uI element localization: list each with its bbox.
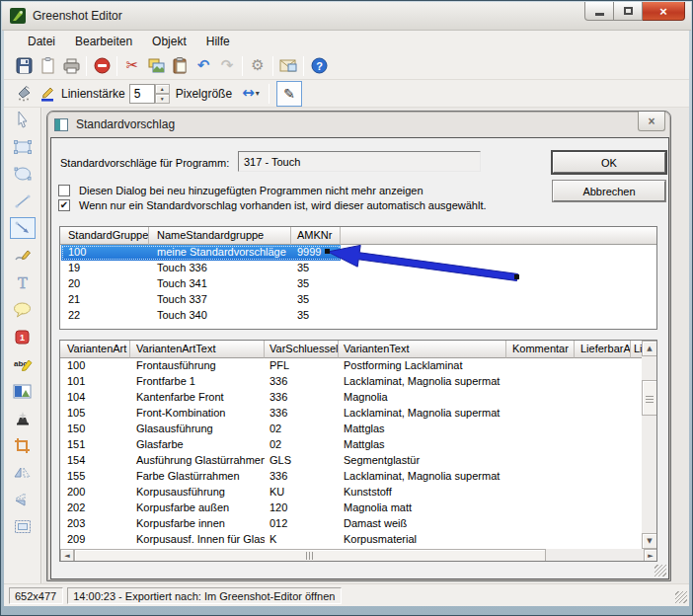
minimize-button[interactable]: [584, 2, 614, 21]
hide-dialog-checkbox[interactable]: [58, 185, 70, 196]
arrow-icon: [14, 220, 32, 236]
clipboard-button[interactable]: [36, 54, 59, 78]
scroll-up-button[interactable]: ▲: [642, 341, 657, 356]
close-button[interactable]: ×: [643, 2, 685, 21]
line-tool-button[interactable]: [10, 191, 36, 212]
column-header[interactable]: LieferbarAb: [575, 341, 631, 358]
table-row[interactable]: 19Touch 33635: [60, 261, 656, 276]
table-cell: 19: [60, 261, 149, 276]
image-tool-button[interactable]: [10, 380, 36, 402]
table-cell: Magnolia: [339, 390, 506, 406]
copy-button[interactable]: [144, 54, 168, 78]
column-header[interactable]: StandardGruppe: [60, 227, 149, 245]
maximize-button[interactable]: [614, 2, 643, 21]
highlight-tool-button[interactable]: abc: [10, 353, 36, 375]
table-row[interactable]: 101Frontfarbe 1336Lacklaminat, Magnolia …: [60, 374, 656, 390]
column-header[interactable]: NameStandardgruppe: [149, 227, 291, 245]
table-row[interactable]: 100FrontausführungPFLPostforming Lacklam…: [60, 358, 656, 374]
table-cell: 101: [60, 374, 130, 390]
table-row[interactable]: 105Front-Kombination336Lacklaminat, Magn…: [60, 406, 656, 422]
canvas-resize-button[interactable]: [10, 516, 36, 538]
table-row[interactable]: 22Touch 34035: [60, 308, 656, 324]
table-row[interactable]: 154Ausführung GlastürrahmenGLSSegmentgla…: [60, 453, 656, 469]
horizontal-scrollbar[interactable]: ◄ ►: [60, 549, 657, 562]
captured-dialog-window: Standardvorschlag × Standardvorschläge f…: [46, 111, 671, 581]
table-cell: Korpusfarbe innen: [130, 516, 265, 532]
table-row[interactable]: 20Touch 34135: [60, 276, 656, 292]
active-tool-button[interactable]: ✎: [276, 81, 302, 107]
help-button[interactable]: ?: [307, 54, 331, 78]
program-field[interactable]: 317 - Touch: [238, 151, 481, 172]
table-row[interactable]: 155Farbe Glastürrahmen336Lacklaminat, Ma…: [60, 469, 656, 485]
auto-select-checkbox[interactable]: ✔: [58, 199, 70, 211]
table-cell: 105: [60, 406, 130, 422]
window-title: Greenshot Editor: [33, 9, 122, 23]
spin-down-button[interactable]: ▼: [155, 94, 170, 104]
table-row[interactable]: 151Glasfarbe02Mattglas: [60, 437, 656, 453]
flip-vertical-button[interactable]: [10, 489, 36, 510]
spin-up-button[interactable]: ▲: [155, 84, 170, 94]
menu-item-objekt[interactable]: Objekt: [142, 32, 196, 51]
rectangle-icon: [13, 139, 33, 155]
table-cell: [575, 516, 631, 532]
cut-button[interactable]: ✂: [120, 54, 144, 78]
menu-item-datei[interactable]: Datei: [18, 32, 65, 51]
table-row[interactable]: 202Korpusfarbe außen120Magnolia matt: [60, 500, 656, 516]
flip-horizontal-button[interactable]: [10, 462, 36, 484]
table-cell: Frontausführung: [130, 358, 265, 374]
dialog-close-button[interactable]: ×: [638, 112, 665, 131]
column-header[interactable]: VarSchluessel: [265, 341, 339, 358]
table-cell: [575, 532, 631, 548]
minimize-icon: [595, 13, 604, 16]
pixel-size-button[interactable]: ↔ ▾: [236, 82, 266, 106]
save-button[interactable]: [12, 54, 36, 78]
column-header[interactable]: VariantenArtText: [130, 341, 265, 358]
line-width-input[interactable]: 5: [129, 84, 155, 104]
undo-button[interactable]: ↶: [192, 54, 215, 78]
scroll-left-button[interactable]: ◄: [60, 549, 74, 562]
menu-item-bearbeiten[interactable]: Bearbeiten: [65, 32, 142, 51]
table-row[interactable]: 100meine Standardvorschläge9999: [60, 245, 656, 261]
effects-tool-button[interactable]: [10, 408, 36, 429]
ok-button[interactable]: OK: [553, 152, 665, 173]
table-row[interactable]: 200KorpusausführungKUKunststoff: [60, 485, 656, 500]
table-cell: [631, 358, 643, 374]
table-cell: 100: [60, 245, 149, 261]
column-header[interactable]: AMKNr: [291, 227, 341, 245]
table-cell: 35: [291, 308, 341, 324]
table-row[interactable]: 209Korpusausf. Innen für GlasKKorpusmate…: [60, 532, 656, 548]
counter-tool-button[interactable]: 1: [10, 326, 36, 347]
delete-button[interactable]: [90, 54, 114, 78]
crop-tool-button[interactable]: [10, 434, 36, 456]
menu-item-hilfe[interactable]: Hilfe: [196, 32, 240, 51]
dialog-resize-grip[interactable]: [654, 565, 666, 577]
fill-color-icon: [16, 85, 33, 102]
table-row[interactable]: 203Korpusfarbe innen012Damast weiß: [60, 516, 656, 532]
table-row[interactable]: 150Glasausführung02Mattglas: [60, 422, 656, 437]
print-button[interactable]: [59, 54, 83, 78]
column-header[interactable]: Kommentar: [506, 341, 575, 358]
redo-button[interactable]: ↷: [215, 54, 239, 78]
speechbubble-tool-button[interactable]: [10, 299, 36, 321]
table-row[interactable]: 21Touch 33735: [60, 292, 656, 308]
cursor-tool-button[interactable]: [10, 109, 36, 130]
export-button[interactable]: [276, 54, 300, 78]
table-row[interactable]: 104Kantenfarbe Front336Magnolia: [60, 390, 656, 406]
cancel-button[interactable]: Abbrechen: [553, 181, 665, 201]
text-icon: T: [15, 274, 31, 291]
window-resize-grip[interactable]: [675, 591, 687, 603]
scroll-right-button[interactable]: ►: [644, 549, 657, 562]
paste-button[interactable]: [168, 54, 192, 78]
ellipse-tool-button[interactable]: [10, 163, 36, 185]
column-header[interactable]: VariantenText: [339, 341, 506, 358]
column-header[interactable]: VariantenArt: [60, 341, 130, 358]
settings-button[interactable]: ⚙: [246, 54, 270, 78]
freehand-tool-button[interactable]: [10, 245, 36, 267]
rectangle-tool-button[interactable]: [10, 136, 36, 158]
line-color-button[interactable]: [36, 82, 59, 106]
arrow-tool-button[interactable]: [10, 217, 36, 239]
text-tool-button[interactable]: T: [10, 271, 36, 293]
fill-color-button[interactable]: [12, 82, 36, 106]
editor-canvas[interactable]: Standardvorschlag × Standardvorschläge f…: [42, 108, 689, 583]
horizontal-scroll-thumb[interactable]: [74, 549, 546, 562]
